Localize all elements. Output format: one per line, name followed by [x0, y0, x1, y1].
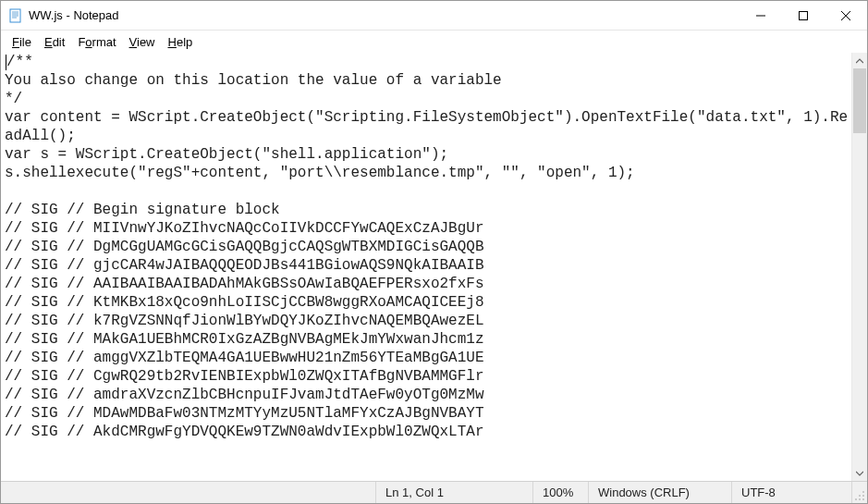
resize-grip-icon[interactable] [851, 482, 867, 503]
scroll-up-arrow-icon[interactable] [852, 53, 867, 68]
menu-help[interactable]: Help [163, 33, 199, 51]
menu-format[interactable]: Format [72, 33, 121, 51]
status-spacer [1, 482, 375, 503]
editor-area: /** You also change on this location the… [1, 53, 867, 481]
text-editor[interactable]: /** You also change on this location the… [1, 53, 851, 481]
status-zoom: 100% [532, 482, 588, 503]
menu-file[interactable]: File [6, 33, 37, 51]
editor-text: /** You also change on this location the… [5, 54, 848, 440]
svg-rect-6 [800, 11, 808, 19]
maximize-button[interactable] [782, 1, 825, 30]
status-encoding: UTF-8 [731, 482, 851, 503]
status-position: Ln 1, Col 1 [375, 482, 532, 503]
vertical-scrollbar[interactable] [851, 53, 867, 481]
scroll-down-arrow-icon[interactable] [852, 465, 867, 481]
menu-view[interactable]: View [124, 33, 161, 51]
svg-point-11 [862, 495, 864, 497]
statusbar: Ln 1, Col 1 100% Windows (CRLF) UTF-8 [1, 481, 867, 503]
scroll-thumb[interactable] [853, 68, 866, 133]
svg-point-13 [859, 498, 861, 500]
status-line-ending: Windows (CRLF) [588, 482, 731, 503]
svg-point-10 [859, 495, 861, 497]
svg-point-9 [862, 491, 864, 493]
svg-point-14 [862, 498, 864, 500]
notepad-icon [8, 8, 23, 23]
scroll-track[interactable] [852, 68, 867, 465]
menu-edit[interactable]: Edit [39, 33, 70, 51]
close-button[interactable] [825, 1, 867, 30]
minimize-button[interactable] [740, 1, 782, 30]
menubar: File Edit Format View Help [1, 31, 867, 53]
titlebar: WW.js - Notepad [1, 1, 867, 31]
window-controls [740, 1, 867, 30]
text-caret [6, 55, 6, 70]
window-title: WW.js - Notepad [29, 8, 740, 22]
svg-point-12 [855, 498, 857, 500]
